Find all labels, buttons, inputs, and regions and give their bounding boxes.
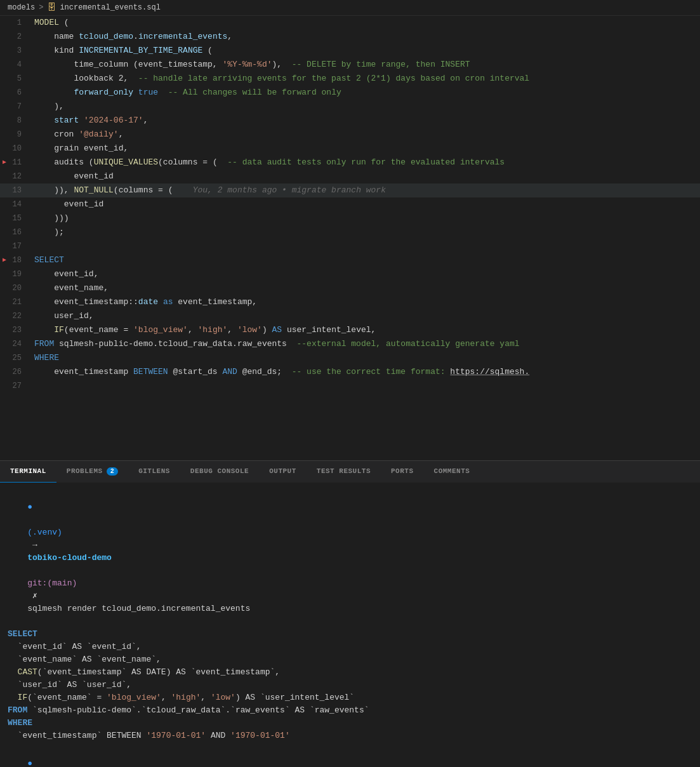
code-line: 6 forward_only true -- All changes will … [0, 86, 700, 100]
line-number: 13 [0, 183, 32, 197]
line-content: kind INCREMENTAL_BY_TIME_RANGE ( [32, 44, 700, 58]
line-content: ))) [32, 211, 700, 225]
breadcrumb: models > 🗄 incremental_events.sql [0, 0, 700, 16]
line-content: FROM sqlmesh-public-demo.tcloud_raw_data… [32, 337, 700, 351]
code-lines: 1 MODEL ( 2 name tcloud_demo.incremental… [0, 16, 700, 393]
tab-test-results[interactable]: TEST RESULTS [307, 460, 381, 483]
terminal-line: IF(`event_name` = 'blog_view', 'high', '… [8, 691, 692, 704]
code-editor: 1 MODEL ( 2 name tcloud_demo.incremental… [0, 16, 700, 460]
code-line: 5 lookback 2, -- handle late arriving ev… [0, 72, 700, 86]
code-line: 23 IF(event_name = 'blog_view', 'high', … [0, 323, 700, 337]
line-content: event_name, [32, 281, 700, 295]
code-line: 26 event_timestamp BETWEEN @start_ds AND… [0, 365, 700, 379]
code-line: 20 event_name, [0, 281, 700, 295]
line-content: event_id [32, 197, 700, 211]
tab-comments-label: COMMENTS [434, 467, 470, 475]
line-content: audits (UNIQUE_VALUES(columns = ( -- dat… [32, 156, 700, 170]
code-line: 4 time_column (event_timestamp, '%Y-%m-%… [0, 58, 700, 72]
line-number: 16 [0, 225, 32, 239]
code-line: 7 ), [0, 100, 700, 114]
line-content: )), NOT_NULL(columns = ( You, 2 months a… [32, 183, 700, 197]
line-content: event_id, [32, 267, 700, 281]
code-line: 12 event_id [0, 170, 700, 183]
line-content: event_timestamp::date as event_timestamp… [32, 295, 700, 309]
code-line: 24 FROM sqlmesh-public-demo.tcloud_raw_d… [0, 337, 700, 351]
breadcrumb-sep1: > [39, 3, 43, 12]
line-number: 17 [0, 239, 32, 253]
line-number: ▶18 [0, 253, 32, 267]
code-line: 27 [0, 379, 700, 393]
tab-terminal[interactable]: TERMINAL [0, 460, 56, 483]
terminal-line: SELECT [8, 628, 692, 641]
code-line: 10 grain event_id, [0, 142, 700, 156]
tab-problems-label: PROBLEMS [67, 467, 103, 475]
line-number: 4 [0, 58, 32, 72]
tab-test-results-label: TEST RESULTS [317, 467, 371, 475]
line-number: 2 [0, 30, 32, 44]
code-line: 22 user_id, [0, 309, 700, 323]
line-number: 15 [0, 211, 32, 225]
code-line: 14 event_id [0, 197, 700, 211]
tab-problems[interactable]: PROBLEMS 2 [56, 460, 128, 483]
tab-gitlens[interactable]: GITLENS [128, 460, 180, 483]
terminal-line: ● (.venv) → tobiko-cloud-demo git:(main)… [8, 488, 692, 628]
line-content: WHERE [32, 351, 700, 365]
terminal-line: `user_id` AS `user_id`, [8, 679, 692, 691]
terminal-line: CAST(`event_timestamp` AS DATE) AS `even… [8, 666, 692, 679]
line-number: ▶11 [0, 156, 32, 170]
line-number: 6 [0, 86, 32, 100]
tab-debug-console[interactable]: DEBUG CONSOLE [180, 460, 259, 483]
code-line: 1 MODEL ( [0, 16, 700, 30]
code-line: 13 )), NOT_NULL(columns = ( You, 2 month… [0, 183, 700, 197]
tab-terminal-label: TERMINAL [10, 467, 46, 475]
terminal-line: FROM `sqlmesh-public-demo`.`tcloud_raw_d… [8, 704, 692, 717]
terminal-tabs-bar: TERMINAL PROBLEMS 2 GITLENS DEBUG CONSOL… [0, 460, 700, 483]
code-line: 8 start '2024-06-17', [0, 114, 700, 128]
line-number: 22 [0, 309, 32, 323]
line-content: event_id [32, 170, 700, 183]
problems-badge: 2 [107, 467, 119, 476]
line-content: IF(event_name = 'blog_view', 'high', 'lo… [32, 323, 700, 337]
tab-ports[interactable]: PORTS [381, 460, 424, 483]
line-content: user_id, [32, 309, 700, 323]
line-number: 26 [0, 365, 32, 379]
line-content: ); [32, 225, 700, 239]
tab-debug-label: DEBUG CONSOLE [190, 467, 249, 475]
terminal-output: ● (.venv) → tobiko-cloud-demo git:(main)… [0, 483, 700, 767]
code-line: 15 ))) [0, 211, 700, 225]
terminal-line: WHERE [8, 717, 692, 730]
line-content: time_column (event_timestamp, '%Y-%m-%d'… [32, 58, 700, 72]
line-number: 1 [0, 16, 32, 30]
terminal-line: `event_id` AS `event_id`, [8, 641, 692, 653]
breadcrumb-models[interactable]: models [8, 3, 35, 12]
tab-output-label: OUTPUT [269, 467, 296, 475]
line-content: grain event_id, [32, 142, 700, 156]
line-number: 14 [0, 197, 32, 211]
code-line: ▶18 SELECT [0, 253, 700, 267]
line-content: MODEL ( [32, 16, 700, 30]
code-line: 19 event_id, [0, 267, 700, 281]
term-venv: (.venv) [27, 528, 62, 537]
tab-ports-label: PORTS [391, 467, 414, 475]
tab-gitlens-label: GITLENS [138, 467, 170, 475]
line-content: name tcloud_demo.incremental_events, [32, 30, 700, 44]
line-number: 9 [0, 128, 32, 142]
line-content: event_timestamp BETWEEN @start_ds AND @e… [32, 365, 700, 379]
line-content: start '2024-06-17', [32, 114, 700, 128]
line-number: 8 [0, 114, 32, 128]
code-line: 9 cron '@daily', [0, 128, 700, 142]
term-prompt2: ● [27, 759, 32, 767]
term-repo: tobiko-cloud-demo [27, 553, 112, 563]
code-line: 17 [0, 239, 700, 253]
line-content: forward_only true -- All changes will be… [32, 86, 700, 100]
line-number: 12 [0, 170, 32, 183]
line-content: ), [32, 100, 700, 114]
code-line: ▶11 audits (UNIQUE_VALUES(columns = ( --… [0, 156, 700, 170]
line-content: SELECT [32, 253, 700, 267]
breadcrumb-file[interactable]: incremental_events.sql [60, 3, 160, 12]
code-line: 16 ); [0, 225, 700, 239]
terminal-line: `event_name` AS `event_name`, [8, 653, 692, 666]
tab-output[interactable]: OUTPUT [259, 460, 307, 483]
code-line: 21 event_timestamp::date as event_timest… [0, 295, 700, 309]
tab-comments[interactable]: COMMENTS [424, 460, 480, 483]
